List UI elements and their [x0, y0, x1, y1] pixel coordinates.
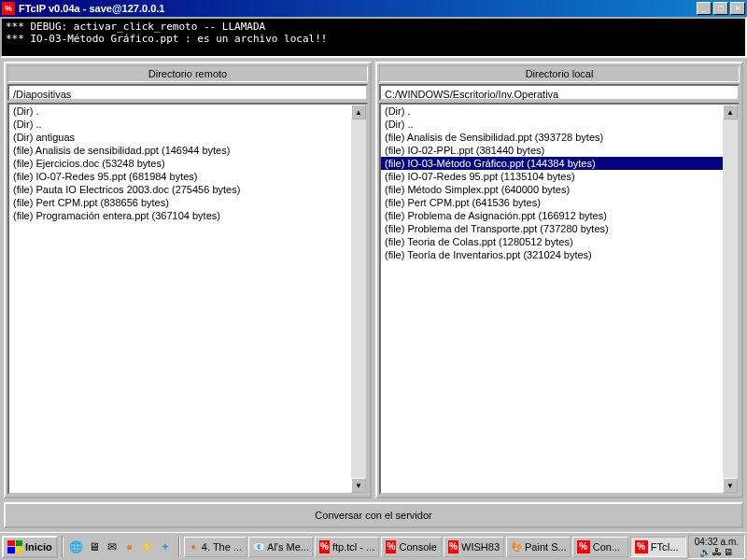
- local-path-input[interactable]: C:/WINDOWS/Escritorio/Inv.Operativa: [379, 84, 740, 101]
- list-item[interactable]: (file) Pert CPM.ppt (838656 bytes): [9, 196, 351, 209]
- local-header: Directorio local: [379, 65, 740, 82]
- remote-panel: Directorio remoto /Diapositivas (Dir) .(…: [4, 62, 372, 498]
- main-area: Directorio remoto /Diapositivas (Dir) .(…: [0, 58, 747, 502]
- list-item[interactable]: (file) IO-02-PPL.ppt (381440 bytes): [381, 144, 723, 157]
- system-tray[interactable]: 04:32 a.m. 🔊 🖧 🖥: [688, 535, 745, 559]
- windows-logo-icon: [7, 540, 22, 553]
- list-item[interactable]: (file) Teoria de Colas.ppt (1280512 byte…: [381, 235, 723, 248]
- firefox-icon[interactable]: ●: [122, 539, 137, 554]
- list-item[interactable]: (Dir) .: [9, 105, 351, 118]
- list-item[interactable]: (Dir) ..: [381, 118, 723, 131]
- list-item[interactable]: (file) IO-07-Redes 95.ppt (1135104 bytes…: [381, 170, 723, 183]
- taskbar-task[interactable]: 🎨Paint S...: [506, 537, 571, 557]
- list-item[interactable]: (file) Analisis de sensibilidad.ppt (146…: [9, 144, 351, 157]
- local-scrollbar[interactable]: ▲ ▼: [723, 105, 738, 493]
- remote-scrollbar[interactable]: ▲ ▼: [351, 105, 366, 493]
- remote-path-input[interactable]: /Diapositivas: [7, 84, 368, 101]
- task-label: Console: [399, 541, 436, 553]
- quick-launch: 🌐 🖥 ✉ ● ⚡ ✦: [67, 539, 175, 554]
- task-label: Paint S...: [525, 541, 567, 553]
- titlebar: % FTcIP v0.04a - save@127.0.0.1 _ □ ×: [0, 0, 747, 17]
- task-label: ftp.tcl - ...: [332, 541, 374, 553]
- taskbar-task[interactable]: %FTcI...: [630, 537, 686, 557]
- task-buttons: ●4. The ...📧Al's Me...%ftp.tcl - ...%Con…: [184, 537, 686, 557]
- list-item[interactable]: (file) Teoría de Inventarios.ppt (321024…: [381, 248, 723, 261]
- minimize-button[interactable]: _: [697, 2, 712, 15]
- scroll-up-icon[interactable]: ▲: [351, 105, 366, 119]
- outlook-icon[interactable]: ✉: [105, 539, 120, 554]
- scroll-down-icon[interactable]: ▼: [723, 478, 738, 493]
- taskbar-task[interactable]: %Console: [381, 537, 442, 557]
- debug-log: *** DEBUG: activar_click_remoto -- LLAMA…: [0, 17, 747, 58]
- close-button[interactable]: ×: [730, 2, 745, 15]
- list-item[interactable]: (file) Programación entera.ppt (367104 b…: [9, 209, 351, 222]
- scroll-down-icon[interactable]: ▼: [351, 478, 366, 493]
- local-listbox[interactable]: (Dir) .(Dir) ..(file) Analisis de Sensib…: [381, 105, 723, 493]
- desktop-icon[interactable]: 🖥: [87, 539, 102, 554]
- list-item[interactable]: (file) Problema del Transporte.ppt (7372…: [381, 222, 723, 235]
- scroll-up-icon[interactable]: ▲: [723, 105, 738, 119]
- task-label: 4. The ...: [202, 541, 242, 553]
- task-label: WISH83: [461, 541, 500, 553]
- list-item[interactable]: (file) Pert CPM.ppt (641536 bytes): [381, 196, 723, 209]
- tray-icon[interactable]: 🖧: [712, 547, 722, 557]
- remote-header: Directorio remoto: [7, 65, 368, 82]
- winamp-icon[interactable]: ⚡: [140, 539, 155, 554]
- remote-listbox[interactable]: (Dir) .(Dir) ..(Dir) antiguas(file) Anal…: [9, 105, 351, 493]
- maximize-button[interactable]: □: [713, 2, 728, 15]
- task-label: FTcI...: [651, 541, 679, 553]
- taskbar-task[interactable]: %WISH83: [444, 537, 504, 557]
- app-icon: %: [2, 2, 15, 15]
- taskbar-task[interactable]: %ftp.tcl - ...: [315, 537, 379, 557]
- taskbar-task[interactable]: %Con...: [572, 537, 628, 557]
- tray-time: 04:32 a.m.: [695, 537, 739, 547]
- tray-icon[interactable]: 🔊: [699, 547, 711, 557]
- local-panel: Directorio local C:/WINDOWS/Escritorio/I…: [375, 62, 743, 498]
- window-title: FTcIP v0.04a - save@127.0.0.1: [19, 3, 697, 14]
- converse-button[interactable]: Conversar con el servidor: [4, 502, 743, 528]
- divider: [62, 537, 63, 557]
- task-label: Al's Me...: [267, 541, 309, 553]
- taskbar: Inicio 🌐 🖥 ✉ ● ⚡ ✦ ●4. The ...📧Al's Me..…: [0, 532, 747, 560]
- msn-icon[interactable]: ✦: [158, 539, 173, 554]
- task-label: Con...: [593, 541, 620, 553]
- list-item[interactable]: (file) Analisis de Sensibilidad.ppt (393…: [381, 131, 723, 144]
- start-button[interactable]: Inicio: [2, 536, 58, 558]
- list-item[interactable]: (file) Pauta IO Electricos 2003.doc (275…: [9, 183, 351, 196]
- start-label: Inicio: [25, 541, 52, 553]
- list-item[interactable]: (Dir) ..: [9, 118, 351, 131]
- list-item[interactable]: (file) Método Simplex.ppt (640000 bytes): [381, 183, 723, 196]
- taskbar-task[interactable]: 📧Al's Me...: [248, 537, 313, 557]
- list-item[interactable]: (file) Problema de Asignación.ppt (16691…: [381, 209, 723, 222]
- tray-icon[interactable]: 🖥: [724, 547, 733, 557]
- taskbar-task[interactable]: ●4. The ...: [184, 537, 247, 557]
- list-item[interactable]: (file) IO-03-Método Gráfico.ppt (144384 …: [381, 157, 723, 170]
- list-item[interactable]: (Dir) .: [381, 105, 723, 118]
- list-item[interactable]: (file) IO-07-Redes 95.ppt (681984 bytes): [9, 170, 351, 183]
- divider: [178, 537, 180, 557]
- list-item[interactable]: (file) Ejercicios.doc (53248 bytes): [9, 157, 351, 170]
- list-item[interactable]: (Dir) antiguas: [9, 131, 351, 144]
- ie-icon[interactable]: 🌐: [69, 539, 84, 554]
